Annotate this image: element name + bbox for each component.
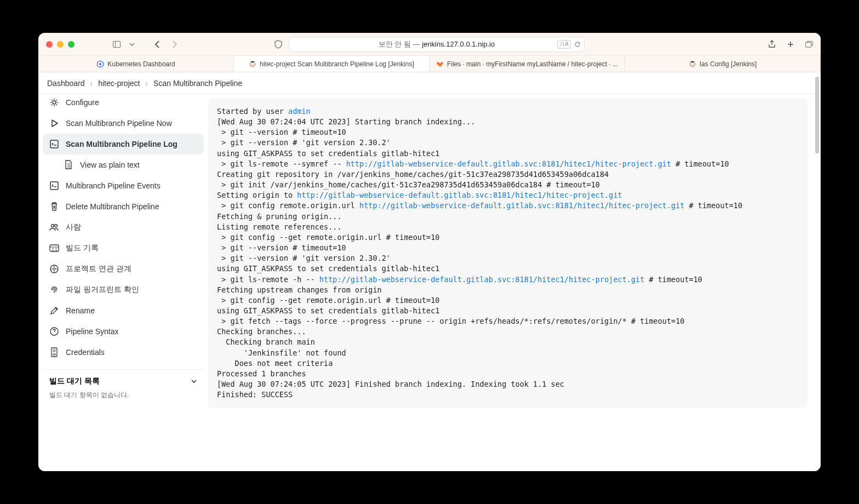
sidebar: Configure Scan Multibranch Pipeline Now …: [38, 94, 208, 471]
build-queue-empty: 빌드 대기 항목이 없습니다.: [43, 390, 204, 405]
sidebar-item-people[interactable]: 사람: [43, 217, 204, 238]
console-output: Started by user admin [Wed Aug 30 07:24:…: [208, 99, 808, 408]
breadcrumb-dashboard[interactable]: Dashboard: [47, 79, 85, 88]
share-icon[interactable]: [768, 41, 776, 48]
breadcrumb-current[interactable]: Scan Multibranch Pipeline: [153, 79, 242, 88]
tab-label: Ias Config [Jenkins]: [700, 60, 757, 68]
reload-icon[interactable]: [574, 41, 581, 48]
sidebar-item-configure[interactable]: Configure: [43, 96, 204, 113]
sidebar-item-relationship[interactable]: 프로젝트 연관 관계: [43, 259, 204, 279]
sidebar-item-label: 프로젝트 연관 관계: [66, 264, 131, 274]
sidebar-item-syntax[interactable]: Pipeline Syntax: [43, 321, 204, 342]
address-text: 보안 안 됨 — jenkins.127.0.0.1.nip.io: [379, 39, 495, 49]
sidebar-item-label: Credentials: [66, 348, 105, 357]
traffic-lights: [46, 41, 75, 48]
scrollbar-vertical[interactable]: [815, 77, 819, 153]
svg-rect-14: [50, 182, 58, 190]
sidebar-item-label: Scan Multibranch Pipeline Log: [66, 140, 177, 148]
sidebar-item-label: Configure: [66, 98, 99, 107]
trash-icon: [49, 202, 59, 211]
sidebar-item-label: 파일 핑거프린트 확인: [66, 285, 139, 295]
sidebar-item-label: 사람: [66, 222, 81, 232]
browser-tabs: Kubernetes Dashboard hitec-project Scan …: [38, 56, 821, 72]
breadcrumb: Dashboard › hitec-project › Scan Multibr…: [38, 72, 821, 94]
svg-point-12: [53, 101, 56, 104]
sidebar-item-label: Scan Multibranch Pipeline Now: [66, 119, 172, 128]
sidebar-item-label: Multibranch Pipeline Events: [66, 181, 161, 190]
svg-rect-0: [113, 41, 120, 47]
chevron-right-icon: ›: [90, 79, 93, 88]
svg-rect-3: [805, 42, 811, 47]
sidebar-item-label: Pipeline Syntax: [66, 327, 119, 336]
tabs-overview-icon[interactable]: [805, 41, 813, 48]
jenkins-icon: [689, 60, 696, 68]
sidebar-item-scan-log[interactable]: Scan Multibranch Pipeline Log: [43, 134, 204, 154]
sidebar-item-label: View as plain text: [80, 161, 140, 169]
chevron-down-icon: [191, 379, 197, 383]
pencil-icon: [49, 306, 59, 316]
chevron-right-icon: ›: [145, 79, 148, 88]
play-icon: [49, 118, 59, 128]
minimize-window-button[interactable]: [57, 41, 64, 48]
back-button[interactable]: [153, 41, 161, 48]
sidebar-item-delete[interactable]: Delete Multibranch Pipeline: [43, 196, 204, 217]
k8s-icon: [96, 60, 104, 68]
tab-gitlab[interactable]: Files · main · myFirstName myLastName / …: [430, 56, 625, 72]
tab-jenkins-config[interactable]: Ias Config [Jenkins]: [625, 56, 821, 72]
log-text: Started by user admin [Wed Aug 30 07:24:…: [217, 106, 799, 400]
svg-rect-13: [50, 140, 58, 148]
sidebar-item-credentials[interactable]: Credentials: [43, 342, 204, 363]
doc-icon: [64, 160, 73, 170]
svg-rect-21: [51, 348, 57, 357]
fingerprint-icon: [49, 285, 59, 295]
sidebar-item-fingerprint[interactable]: 파일 핑거프린트 확인: [43, 279, 204, 300]
tab-label: Files · main · myFirstName myLastName / …: [447, 60, 618, 68]
chevron-down-icon[interactable]: [128, 41, 136, 48]
sidebar-item-build-history[interactable]: 빌드 기록: [43, 238, 204, 259]
new-tab-icon[interactable]: [787, 41, 794, 48]
close-window-button[interactable]: [46, 41, 53, 48]
gear-icon: [49, 98, 59, 107]
tab-label: Kubernetes Dashboard: [107, 60, 175, 68]
tab-label: hitec-project Scan Multibranch Pipeline …: [260, 60, 414, 68]
shield-icon[interactable]: [274, 41, 282, 48]
svg-point-5: [99, 63, 101, 65]
gitlab-icon: [436, 60, 444, 68]
help-icon: [49, 327, 59, 336]
address-bar[interactable]: 보안 안 됨 — jenkins.127.0.0.1.nip.io 가A: [289, 37, 585, 52]
sidebar-item-label: Rename: [66, 306, 95, 315]
tab-kubernetes[interactable]: Kubernetes Dashboard: [38, 56, 234, 72]
svg-point-15: [51, 225, 54, 227]
log-link-repo[interactable]: http://gitlab-webservice-default.gitlab.…: [346, 159, 671, 168]
log-icon: [49, 139, 59, 149]
events-icon: [49, 181, 59, 191]
reader-badge[interactable]: 가A: [557, 40, 571, 49]
svg-point-16: [55, 225, 58, 227]
maximize-window-button[interactable]: [68, 41, 75, 48]
page-content: Dashboard › hitec-project › Scan Multibr…: [38, 72, 821, 471]
titlebar: 보안 안 됨 — jenkins.127.0.0.1.nip.io 가A: [38, 33, 821, 56]
cred-icon: [49, 347, 59, 357]
log-link-admin[interactable]: admin: [288, 107, 311, 116]
sidebar-item-rename[interactable]: Rename: [43, 300, 204, 321]
forward-button[interactable]: [171, 41, 179, 48]
breadcrumb-project[interactable]: hitec-project: [98, 79, 140, 88]
sidebar-item-label: 빌드 기록: [66, 243, 99, 253]
main-area: Configure Scan Multibranch Pipeline Now …: [38, 94, 821, 471]
sidebar-item-label: Delete Multibranch Pipeline: [66, 202, 159, 211]
sidebar-toggle-icon[interactable]: [113, 41, 121, 48]
tab-jenkins-log[interactable]: hitec-project Scan Multibranch Pipeline …: [234, 56, 430, 72]
svg-rect-11: [691, 61, 694, 62]
sidebar-item-view-plain[interactable]: View as plain text: [43, 154, 204, 175]
log-panel: Started by user admin [Wed Aug 30 07:24:…: [208, 94, 821, 471]
people-icon: [49, 222, 59, 232]
sidebar-item-scan-now[interactable]: Scan Multibranch Pipeline Now: [43, 113, 204, 134]
svg-rect-17: [50, 245, 59, 251]
sidebar-item-events[interactable]: Multibranch Pipeline Events: [43, 175, 204, 196]
history-icon: [49, 243, 59, 253]
log-link-repo[interactable]: http://gitlab-webservice-default.gitlab.…: [319, 275, 644, 284]
log-link-repo[interactable]: http://gitlab-webservice-default.gitlab.…: [297, 191, 622, 199]
build-queue-header[interactable]: 빌드 대기 목록: [43, 369, 204, 390]
log-link-repo[interactable]: http://gitlab-webservice-default.gitlab.…: [359, 201, 684, 210]
svg-point-22: [53, 350, 55, 352]
